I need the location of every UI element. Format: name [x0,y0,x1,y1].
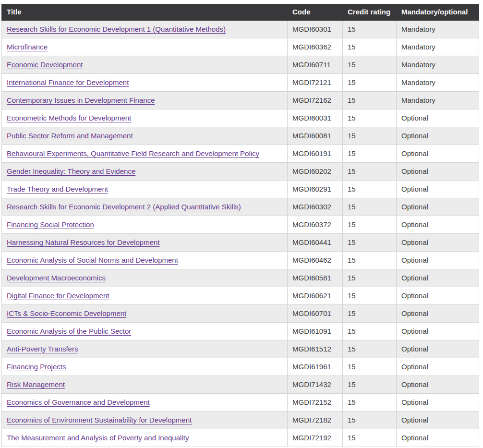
credit-rating-cell: 15 [343,92,397,109]
course-link[interactable]: International Finance for Development [7,78,129,86]
course-title-cell: Behavioural Experiments, Quantitative Fi… [2,145,288,163]
table-row: Economic Analysis of the Public SectorMG… [2,323,479,340]
course-code-cell: MGDI60581 [288,269,343,287]
table-row: Economic Analysis of Social Norms and De… [2,252,479,269]
credit-rating-cell: 15 [343,21,397,38]
column-header-mandatory-optional: Mandatory/optional [397,4,479,21]
table-row: Econometric Methods for DevelopmentMGDI6… [2,109,479,127]
course-code-cell: MGDI60362 [288,38,343,56]
table-row: Financing ProjectsMGDI6196115Optional [2,358,479,376]
course-table-body: Research Skills for Economic Development… [2,21,479,447]
course-link[interactable]: Public Sector Reform and Management [7,132,133,140]
course-title-cell: Development Macroeconomics [2,269,288,287]
course-link[interactable]: Economics of Environment Sustainability … [7,416,192,424]
table-row: Public Sector Reform and ManagementMGDI6… [2,127,479,145]
course-link[interactable]: Risk Management [7,380,65,388]
course-link[interactable]: Harnessing Natural Resources for Develop… [7,238,159,246]
course-title-cell: Economics of Governance and Development [2,394,288,412]
table-row: Development MacroeconomicsMGDI6058115Opt… [2,269,479,287]
course-code-cell: MGDI60191 [288,145,343,163]
course-code-cell: MGDI60291 [288,181,343,198]
course-title-cell: Economic Analysis of Social Norms and De… [2,252,288,269]
course-code-cell: MGDI60301 [288,21,343,38]
column-header-title: Title [2,4,288,21]
course-code-cell: MGDI60711 [288,56,343,74]
table-row: Trade Theory and DevelopmentMGDI6029115O… [2,181,479,198]
course-link[interactable]: Digital Finance for Development [7,291,109,300]
credit-rating-cell: 15 [343,340,397,358]
course-title-cell: Risk Management [2,376,288,394]
course-link[interactable]: Trade Theory and Development [7,185,108,193]
course-link[interactable]: Economic Analysis of Social Norms and De… [7,256,178,264]
course-title-cell: Digital Finance for Development [2,287,288,305]
mandatory-optional-cell: Optional [397,216,479,234]
course-title-cell: Gender Inequality: Theory and Evidence [2,163,288,181]
course-link[interactable]: Development Macroeconomics [7,274,106,282]
credit-rating-cell: 15 [343,109,397,127]
mandatory-optional-cell: Mandatory [397,38,479,56]
course-title-cell: Economic Analysis of the Public Sector [2,323,288,340]
course-link[interactable]: Research Skills for Economic Development… [7,25,226,33]
table-row: Financing Social ProtectionMGDI6037215Op… [2,216,479,234]
credit-rating-cell: 15 [343,376,397,394]
mandatory-optional-cell: Mandatory [397,21,479,38]
table-row: Economic DevelopmentMGDI6071115Mandatory [2,56,479,74]
course-title-cell: Economics of Environment Sustainability … [2,412,288,429]
course-link[interactable]: Economics of Governance and Development [7,398,150,406]
course-title-cell: Research Skills for Economic Development… [2,21,288,38]
table-row: International Finance for DevelopmentMGD… [2,74,479,92]
credit-rating-cell: 15 [343,74,397,92]
credit-rating-cell: 15 [343,216,397,234]
course-code-cell: MGDI60372 [288,216,343,234]
course-code-cell: MGDI72152 [288,394,343,412]
table-row: Economics of Governance and DevelopmentM… [2,394,479,412]
course-code-cell: MGDI72162 [288,92,343,109]
credit-rating-cell: 15 [343,429,397,447]
course-title-cell: Harnessing Natural Resources for Develop… [2,234,288,252]
course-title-cell: Research Skills for Economic Development… [2,198,288,216]
mandatory-optional-cell: Optional [397,305,479,323]
credit-rating-cell: 15 [343,198,397,216]
mandatory-optional-cell: Optional [397,163,479,181]
credit-rating-cell: 15 [343,323,397,340]
course-title-cell: Anti-Poverty Transfers [2,340,288,358]
course-link[interactable]: Contemporary Issues in Development Finan… [7,96,155,104]
credit-rating-cell: 15 [343,56,397,74]
course-link[interactable]: ICTs & Socio-Economic Development [7,309,126,317]
mandatory-optional-cell: Optional [397,145,479,163]
course-title-cell: International Finance for Development [2,74,288,92]
credit-rating-cell: 15 [343,412,397,429]
table-row: Anti-Poverty TransfersMGDI6151215Optiona… [2,340,479,358]
course-link[interactable]: Anti-Poverty Transfers [7,345,78,353]
course-title-cell: Microfinance [2,38,288,56]
mandatory-optional-cell: Optional [397,323,479,340]
course-title-cell: Trade Theory and Development [2,181,288,198]
course-link[interactable]: Economic Development [7,61,83,69]
table-row: Gender Inequality: Theory and EvidenceMG… [2,163,479,181]
course-link[interactable]: Gender Inequality: Theory and Evidence [7,167,135,175]
course-code-cell: MGDI60441 [288,234,343,252]
mandatory-optional-cell: Optional [397,181,479,198]
course-link[interactable]: Financing Projects [7,363,66,371]
course-link[interactable]: Financing Social Protection [7,220,94,229]
mandatory-optional-cell: Optional [397,340,479,358]
mandatory-optional-cell: Optional [397,287,479,305]
course-link[interactable]: Microfinance [7,43,48,51]
mandatory-optional-cell: Optional [397,394,479,412]
course-link[interactable]: Economic Analysis of the Public Sector [7,327,131,335]
mandatory-optional-cell: Optional [397,269,479,287]
credit-rating-cell: 15 [343,163,397,181]
course-link[interactable]: The Measurement and Analysis of Poverty … [7,434,189,442]
course-code-cell: MGDI60302 [288,198,343,216]
credit-rating-cell: 15 [343,145,397,163]
course-link[interactable]: Behavioural Experiments, Quantitative Fi… [7,149,259,157]
course-link[interactable]: Research Skills for Economic Development… [7,203,241,211]
course-units-table: Title Code Credit rating Mandatory/optio… [1,4,479,447]
course-code-cell: MGDI61091 [288,323,343,340]
table-row: Contemporary Issues in Development Finan… [2,92,479,109]
course-link[interactable]: Econometric Methods for Development [7,114,131,122]
course-code-cell: MGDI61961 [288,358,343,376]
course-title-cell: ICTs & Socio-Economic Development [2,305,288,323]
course-code-cell: MGDI60462 [288,252,343,269]
column-header-code: Code [288,4,343,21]
